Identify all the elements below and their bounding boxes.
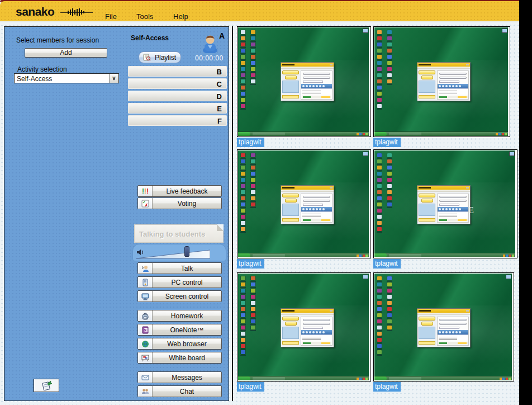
playlist-label: Playlist bbox=[155, 54, 176, 62]
mini-window-menubar bbox=[281, 190, 334, 192]
student-screen-thumbnail[interactable] bbox=[237, 149, 371, 258]
start-button-mini bbox=[238, 376, 250, 380]
student-desktop bbox=[374, 274, 512, 380]
session-row-c[interactable]: C bbox=[128, 78, 227, 89]
student-name-label[interactable]: tplagwit bbox=[237, 382, 264, 392]
student-screen-cell: tplagwit bbox=[373, 272, 514, 392]
mini-window-left-pane bbox=[282, 317, 299, 346]
globe-icon bbox=[141, 340, 149, 348]
student-desktop bbox=[238, 274, 369, 380]
talking-status-text: Talking to students bbox=[139, 230, 205, 238]
homework-button[interactable]: Homework bbox=[137, 310, 222, 322]
desktop-icons-column bbox=[377, 153, 382, 231]
student-screen-thumbnail[interactable] bbox=[373, 26, 510, 137]
add-button[interactable]: Add bbox=[25, 48, 107, 58]
student-app-window bbox=[417, 308, 471, 347]
live-feedback-icon: ! ! ! bbox=[141, 187, 149, 195]
selection-indicator[interactable] bbox=[363, 29, 368, 33]
waveform-icon bbox=[60, 8, 93, 17]
student-app-window bbox=[417, 185, 471, 224]
pc-icon bbox=[141, 279, 149, 286]
selection-indicator[interactable] bbox=[509, 152, 515, 156]
student-name-label[interactable]: tplagwit bbox=[373, 138, 401, 147]
web-browser-button[interactable]: Web browser bbox=[137, 338, 222, 350]
file-transfer-icon bbox=[40, 380, 53, 390]
control-panel: Select members for session Add Activity … bbox=[4, 26, 229, 401]
student-desktop bbox=[238, 27, 369, 136]
desktop-icons-column bbox=[377, 276, 382, 354]
white-board-button[interactable]: White board bbox=[137, 352, 222, 364]
mini-window-menubar bbox=[281, 313, 334, 315]
monitor-icon bbox=[141, 293, 149, 300]
mini-taskbar bbox=[374, 253, 515, 257]
voting-button[interactable]: ✓ ✗ Voting bbox=[137, 197, 222, 209]
talk-button[interactable]: Talk bbox=[137, 262, 222, 274]
student-screen-cell: tplagwit bbox=[237, 272, 371, 392]
svg-text:!: ! bbox=[146, 187, 149, 195]
activity-dropdown[interactable]: Self-Access ∨ bbox=[14, 73, 119, 83]
system-tray-mini bbox=[357, 133, 368, 135]
volume-slider-thumb[interactable] bbox=[184, 246, 189, 257]
desktop-icons-column bbox=[251, 276, 255, 329]
file-transfer-button[interactable] bbox=[34, 379, 59, 392]
menu-tools[interactable]: Tools bbox=[136, 12, 153, 21]
student-name-label[interactable]: tplagwit bbox=[237, 138, 264, 147]
student-app-window bbox=[417, 62, 471, 101]
mini-window-recorder-pane bbox=[437, 70, 469, 100]
live-feedback-button[interactable]: ! ! ! Live feedback bbox=[137, 185, 222, 197]
volume-track[interactable] bbox=[136, 249, 210, 260]
selection-indicator[interactable] bbox=[502, 29, 507, 33]
pc-control-button[interactable]: PC control bbox=[137, 276, 222, 288]
sanako-logo: sanako bbox=[16, 5, 54, 18]
chat-button[interactable]: Chat bbox=[137, 385, 222, 397]
student-screen-thumbnail[interactable]: E bbox=[373, 149, 517, 258]
playlist-button[interactable]: Playlist bbox=[139, 51, 181, 63]
desktop-icons-column bbox=[251, 30, 255, 83]
student-screen-thumbnail[interactable] bbox=[237, 26, 371, 137]
student-name-label[interactable]: tplagwit bbox=[237, 259, 264, 269]
screen-control-button[interactable]: Screen control bbox=[137, 290, 222, 302]
mini-window-left-pane bbox=[419, 317, 435, 346]
menu-help[interactable]: Help bbox=[173, 12, 188, 21]
desktop-icons-column bbox=[251, 153, 255, 206]
start-button-mini bbox=[374, 376, 387, 380]
voting-icon: ✓ ✗ bbox=[141, 200, 149, 208]
session-timer: 00:00:00 bbox=[195, 54, 224, 62]
mini-window-menubar bbox=[281, 67, 334, 69]
envelope-icon bbox=[141, 374, 149, 382]
mini-taskbar bbox=[238, 131, 369, 136]
session-row-b[interactable]: B bbox=[128, 66, 227, 77]
start-button-mini bbox=[374, 132, 387, 136]
folded-corner bbox=[217, 224, 224, 231]
start-button-mini bbox=[238, 253, 250, 257]
student-app-window bbox=[281, 62, 334, 101]
student-name-label[interactable]: tplagwit bbox=[373, 259, 401, 269]
panel-divider bbox=[232, 26, 233, 401]
session-row-f[interactable]: F bbox=[128, 115, 227, 126]
header-bar: sanako File Tools Help bbox=[0, 1, 519, 22]
session-row-e[interactable]: E bbox=[128, 103, 227, 114]
selection-indicator[interactable] bbox=[363, 152, 368, 156]
session-row-d[interactable]: D bbox=[128, 91, 227, 101]
student-screen-thumbnail[interactable] bbox=[373, 272, 514, 382]
menu-file[interactable]: File bbox=[105, 12, 117, 21]
selection-indicator[interactable] bbox=[506, 275, 511, 279]
activity-dropdown-value: Self-Access bbox=[17, 75, 52, 83]
onenote-button[interactable]: OneNote™ bbox=[137, 324, 222, 336]
mini-taskbar bbox=[374, 131, 508, 136]
student-desktop bbox=[238, 150, 369, 257]
mini-window-left-pane bbox=[282, 70, 299, 100]
backpack-icon bbox=[141, 312, 149, 320]
student-name-label[interactable]: tplagwit bbox=[373, 382, 401, 392]
selection-indicator[interactable] bbox=[363, 275, 368, 279]
playlist-icon bbox=[143, 54, 151, 62]
chevron-down-icon[interactable]: ∨ bbox=[109, 74, 118, 83]
student-screen-thumbnail[interactable] bbox=[237, 272, 371, 382]
desktop-icons-column bbox=[387, 30, 392, 83]
desktop-icons-column bbox=[241, 153, 245, 231]
student-avatar-icon[interactable] bbox=[200, 34, 220, 53]
student-desktop: E bbox=[374, 150, 515, 257]
messages-button[interactable]: Messages bbox=[137, 371, 222, 383]
student-screen-cell: tplagwit bbox=[373, 26, 510, 147]
student-screen-cell: E tplagwit bbox=[373, 149, 517, 269]
